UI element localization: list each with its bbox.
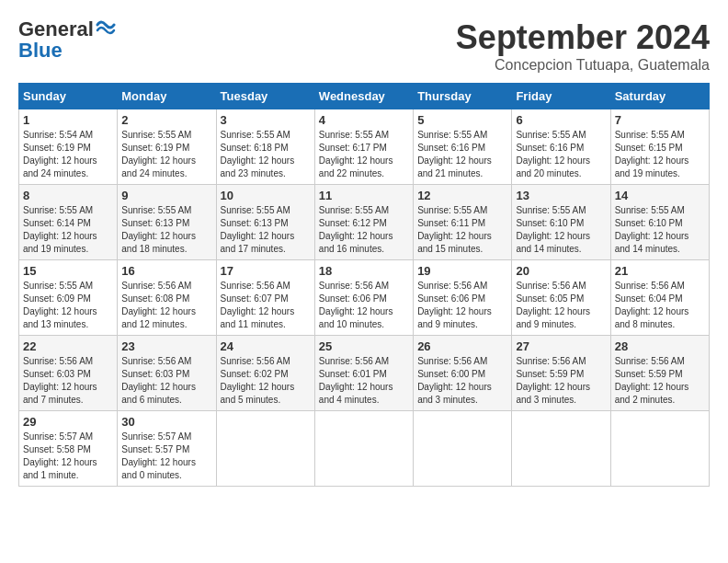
- sunrise-text: Sunrise: 5:56 AM: [417, 356, 487, 366]
- logo-general-text: General: [18, 17, 94, 40]
- sunset-text: Sunset: 6:12 PM: [319, 218, 387, 228]
- day-number: 2: [121, 113, 211, 127]
- day-info: Sunrise: 5:55 AM Sunset: 6:19 PM Dayligh…: [121, 129, 211, 180]
- day-info: Sunrise: 5:54 AM Sunset: 6:19 PM Dayligh…: [23, 129, 113, 180]
- empty-cell: [314, 411, 413, 487]
- sunrise-text: Sunrise: 5:56 AM: [516, 356, 586, 366]
- day-number: 11: [319, 189, 409, 202]
- sunrise-text: Sunrise: 5:56 AM: [615, 281, 685, 291]
- sunset-text: Sunset: 5:58 PM: [23, 444, 91, 454]
- day-info: Sunrise: 5:57 AM Sunset: 5:57 PM Dayligh…: [121, 431, 211, 482]
- calendar-week-row: 1 Sunrise: 5:54 AM Sunset: 6:19 PM Dayli…: [19, 109, 710, 185]
- sunrise-text: Sunrise: 5:56 AM: [121, 281, 191, 291]
- day-number: 29: [23, 415, 113, 429]
- day-number: 7: [615, 113, 705, 127]
- day-number: 26: [417, 339, 507, 353]
- calendar-week-row: 8 Sunrise: 5:55 AM Sunset: 6:14 PM Dayli…: [19, 185, 710, 260]
- daylight-text: Daylight: 12 hours and 4 minutes.: [319, 382, 393, 405]
- calendar-day-cell: 4 Sunrise: 5:55 AM Sunset: 6:17 PM Dayli…: [314, 109, 413, 185]
- calendar-day-cell: 20 Sunrise: 5:56 AM Sunset: 6:05 PM Dayl…: [512, 260, 610, 336]
- daylight-text: Daylight: 12 hours and 2 minutes.: [615, 382, 689, 405]
- daylight-text: Daylight: 12 hours and 7 minutes.: [23, 382, 97, 405]
- day-info: Sunrise: 5:55 AM Sunset: 6:10 PM Dayligh…: [615, 204, 705, 256]
- day-info: Sunrise: 5:55 AM Sunset: 6:12 PM Dayligh…: [319, 204, 409, 256]
- calendar-day-cell: 29 Sunrise: 5:57 AM Sunset: 5:58 PM Dayl…: [19, 411, 118, 487]
- daylight-text: Daylight: 12 hours and 14 minutes.: [615, 231, 689, 254]
- weekday-header-monday: Monday: [118, 84, 216, 109]
- calendar-day-cell: 11 Sunrise: 5:55 AM Sunset: 6:12 PM Dayl…: [314, 185, 413, 260]
- sunrise-text: Sunrise: 5:55 AM: [615, 205, 685, 215]
- calendar-day-cell: 12 Sunrise: 5:55 AM Sunset: 6:11 PM Dayl…: [414, 185, 512, 260]
- day-info: Sunrise: 5:57 AM Sunset: 5:58 PM Dayligh…: [23, 431, 113, 482]
- sunset-text: Sunset: 6:01 PM: [319, 369, 387, 379]
- sunset-text: Sunset: 6:19 PM: [23, 143, 91, 153]
- day-number: 15: [23, 264, 113, 278]
- day-info: Sunrise: 5:55 AM Sunset: 6:09 PM Dayligh…: [23, 280, 113, 331]
- weekday-header-saturday: Saturday: [610, 84, 709, 109]
- sunset-text: Sunset: 5:59 PM: [615, 369, 683, 379]
- day-number: 10: [221, 189, 311, 202]
- empty-cell: [610, 411, 709, 487]
- daylight-text: Daylight: 12 hours and 0 minutes.: [121, 457, 196, 480]
- sunset-text: Sunset: 6:16 PM: [516, 143, 584, 153]
- sunset-text: Sunset: 6:03 PM: [121, 369, 189, 379]
- sunrise-text: Sunrise: 5:56 AM: [221, 281, 290, 291]
- daylight-text: Daylight: 12 hours and 20 minutes.: [516, 155, 590, 178]
- calendar-day-cell: 6 Sunrise: 5:55 AM Sunset: 6:16 PM Dayli…: [512, 109, 610, 185]
- calendar-day-cell: 13 Sunrise: 5:55 AM Sunset: 6:10 PM Dayl…: [512, 185, 610, 260]
- empty-cell: [216, 411, 314, 487]
- day-number: 20: [516, 264, 606, 278]
- sunset-text: Sunset: 6:09 PM: [23, 293, 91, 304]
- calendar-week-row: 22 Sunrise: 5:56 AM Sunset: 6:03 PM Dayl…: [19, 336, 710, 411]
- calendar-day-cell: 27 Sunrise: 5:56 AM Sunset: 5:59 PM Dayl…: [512, 336, 610, 411]
- calendar-body: 1 Sunrise: 5:54 AM Sunset: 6:19 PM Dayli…: [19, 109, 710, 487]
- day-info: Sunrise: 5:55 AM Sunset: 6:17 PM Dayligh…: [319, 129, 409, 180]
- sunrise-text: Sunrise: 5:56 AM: [121, 356, 191, 366]
- daylight-text: Daylight: 12 hours and 5 minutes.: [221, 382, 295, 405]
- day-info: Sunrise: 5:55 AM Sunset: 6:16 PM Dayligh…: [417, 129, 507, 180]
- day-number: 30: [121, 415, 211, 429]
- daylight-text: Daylight: 12 hours and 11 minutes.: [221, 306, 295, 329]
- month-title: September 2024: [456, 18, 710, 57]
- day-number: 18: [319, 264, 409, 278]
- sunrise-text: Sunrise: 5:55 AM: [417, 205, 487, 215]
- sunset-text: Sunset: 6:08 PM: [121, 293, 189, 304]
- daylight-text: Daylight: 12 hours and 23 minutes.: [221, 155, 295, 178]
- day-info: Sunrise: 5:56 AM Sunset: 5:59 PM Dayligh…: [516, 355, 606, 407]
- location-subtitle: Concepcion Tutuapa, Guatemala: [456, 57, 710, 74]
- calendar-day-cell: 28 Sunrise: 5:56 AM Sunset: 5:59 PM Dayl…: [610, 336, 709, 411]
- sunset-text: Sunset: 6:03 PM: [23, 369, 91, 379]
- daylight-text: Daylight: 12 hours and 24 minutes.: [23, 155, 97, 178]
- sunrise-text: Sunrise: 5:56 AM: [319, 281, 389, 291]
- sunset-text: Sunset: 6:13 PM: [221, 218, 289, 228]
- daylight-text: Daylight: 12 hours and 3 minutes.: [516, 382, 590, 405]
- day-info: Sunrise: 5:56 AM Sunset: 6:03 PM Dayligh…: [121, 355, 211, 407]
- logo-wave-icon: [96, 17, 116, 38]
- sunset-text: Sunset: 6:10 PM: [516, 218, 584, 228]
- sunrise-text: Sunrise: 5:55 AM: [516, 130, 586, 140]
- sunrise-text: Sunrise: 5:56 AM: [319, 356, 389, 366]
- sunrise-text: Sunrise: 5:56 AM: [23, 356, 93, 366]
- weekday-header-wednesday: Wednesday: [314, 84, 413, 109]
- day-number: 5: [417, 113, 507, 127]
- calendar-day-cell: 7 Sunrise: 5:55 AM Sunset: 6:15 PM Dayli…: [610, 109, 709, 185]
- day-number: 14: [615, 189, 705, 202]
- day-number: 24: [221, 339, 311, 353]
- day-number: 3: [221, 113, 311, 127]
- sunrise-text: Sunrise: 5:55 AM: [121, 205, 191, 215]
- calendar-day-cell: 9 Sunrise: 5:55 AM Sunset: 6:13 PM Dayli…: [118, 185, 216, 260]
- day-number: 19: [417, 264, 507, 278]
- daylight-text: Daylight: 12 hours and 21 minutes.: [417, 155, 492, 178]
- day-number: 25: [319, 339, 409, 353]
- weekday-header-thursday: Thursday: [414, 84, 512, 109]
- sunset-text: Sunset: 5:57 PM: [121, 444, 189, 454]
- daylight-text: Daylight: 12 hours and 17 minutes.: [221, 231, 295, 254]
- day-number: 1: [23, 113, 113, 127]
- sunset-text: Sunset: 6:18 PM: [221, 143, 289, 153]
- day-number: 23: [121, 339, 211, 353]
- day-info: Sunrise: 5:55 AM Sunset: 6:13 PM Dayligh…: [221, 204, 311, 256]
- sunset-text: Sunset: 6:17 PM: [319, 143, 387, 153]
- calendar-day-cell: 15 Sunrise: 5:55 AM Sunset: 6:09 PM Dayl…: [19, 260, 118, 336]
- day-number: 8: [23, 189, 113, 202]
- day-info: Sunrise: 5:56 AM Sunset: 6:01 PM Dayligh…: [319, 355, 409, 407]
